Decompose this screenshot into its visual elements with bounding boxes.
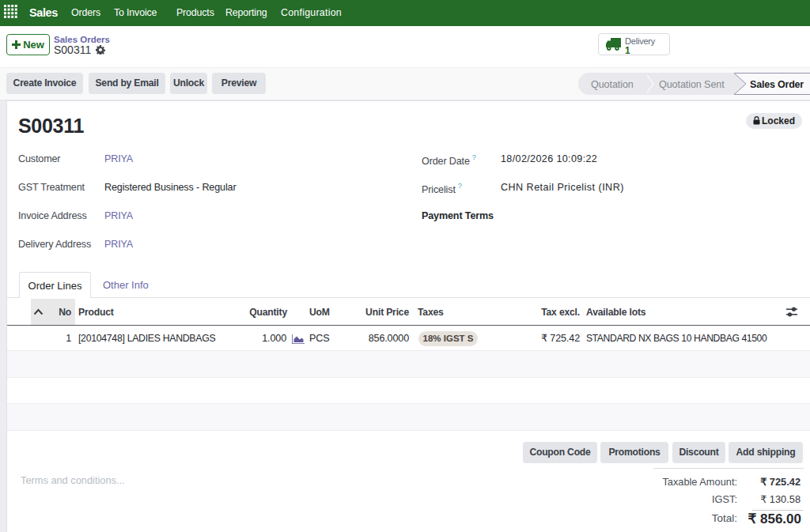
svg-text:Sales Order: Sales Order — [750, 79, 804, 90]
svg-text:Quotation Sent: Quotation Sent — [659, 79, 725, 90]
svg-text:Quotation: Quotation — [591, 79, 634, 90]
